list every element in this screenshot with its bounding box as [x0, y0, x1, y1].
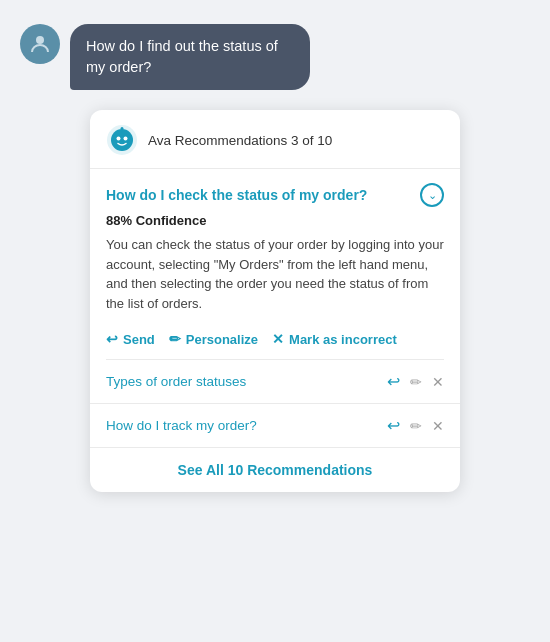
action-row: ↩ Send ✏ Personalize ✕ Mark as incorrect: [106, 325, 444, 360]
svg-point-6: [121, 127, 124, 130]
other-rec-2-send-icon[interactable]: ↩: [387, 416, 400, 435]
card-header: Ava Recommendations 3 of 10: [90, 110, 460, 169]
svg-point-3: [117, 137, 121, 141]
other-rec-2-actions: ↩ ✏ ✕: [387, 416, 444, 435]
rec-question-row: How do I check the status of my order? ⌄: [106, 183, 444, 207]
see-all-button[interactable]: See All 10 Recommendations: [90, 448, 460, 492]
send-label: Send: [123, 332, 155, 347]
user-message-text: How do I find out the status of my order…: [86, 38, 278, 75]
svg-point-4: [124, 137, 128, 141]
mark-incorrect-label: Mark as incorrect: [289, 332, 397, 347]
bot-icon: [106, 124, 138, 156]
other-rec-1-edit-icon[interactable]: ✏: [410, 374, 422, 390]
other-rec-1: Types of order statuses ↩ ✏ ✕: [90, 360, 460, 404]
chevron-button[interactable]: ⌄: [420, 183, 444, 207]
x-icon: ✕: [272, 331, 284, 347]
recommendation-card: Ava Recommendations 3 of 10 How do I che…: [90, 110, 460, 492]
other-rec-1-actions: ↩ ✏ ✕: [387, 372, 444, 391]
confidence-label: 88% Confidence: [106, 213, 444, 228]
rec-body-text: You can check the status of your order b…: [106, 235, 444, 313]
other-rec-2: How do I track my order? ↩ ✏ ✕: [90, 404, 460, 448]
card-title: Ava Recommendations 3 of 10: [148, 133, 332, 148]
personalize-label: Personalize: [186, 332, 258, 347]
pencil-icon: ✏: [169, 331, 181, 347]
mark-incorrect-button[interactable]: ✕ Mark as incorrect: [272, 331, 397, 347]
other-rec-1-text[interactable]: Types of order statuses: [106, 374, 246, 389]
personalize-button[interactable]: ✏ Personalize: [169, 331, 258, 347]
main-recommendation: How do I check the status of my order? ⌄…: [90, 169, 460, 360]
other-rec-1-x-icon[interactable]: ✕: [432, 374, 444, 390]
other-rec-2-edit-icon[interactable]: ✏: [410, 418, 422, 434]
rec-question-text: How do I check the status of my order?: [106, 187, 420, 203]
other-rec-2-text[interactable]: How do I track my order?: [106, 418, 257, 433]
other-rec-1-send-icon[interactable]: ↩: [387, 372, 400, 391]
user-avatar: [20, 24, 60, 64]
svg-point-0: [36, 36, 44, 44]
card-wrapper: Ava Recommendations 3 of 10 How do I che…: [20, 110, 530, 492]
other-rec-2-x-icon[interactable]: ✕: [432, 418, 444, 434]
user-message-row: How do I find out the status of my order…: [20, 24, 310, 90]
user-bubble: How do I find out the status of my order…: [70, 24, 310, 90]
send-icon: ↩: [106, 331, 118, 347]
send-button[interactable]: ↩ Send: [106, 331, 155, 347]
